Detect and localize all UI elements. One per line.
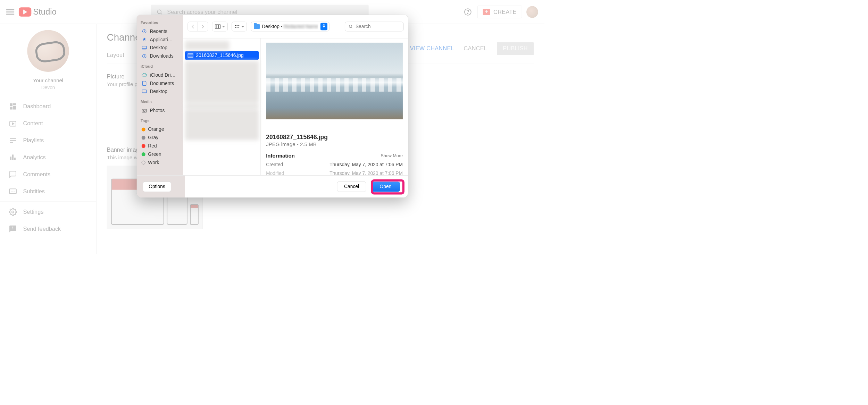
search-placeholder: Search across your channel: [167, 8, 237, 15]
sidebar-item-label: Red: [148, 143, 157, 149]
svg-line-1: [161, 13, 162, 14]
analytics-icon: [9, 153, 17, 161]
back-button[interactable]: [188, 22, 198, 31]
sidebar-icloud[interactable]: iCloud Dri…: [141, 71, 180, 79]
sidebar-item-content[interactable]: Content: [0, 115, 96, 132]
app-icon: [142, 37, 147, 42]
cancel-button[interactable]: Cancel: [337, 182, 366, 192]
studio-logo[interactable]: Studio: [19, 7, 57, 17]
view-channel-link[interactable]: VIEW CHANNEL: [410, 45, 454, 52]
preview-filename: 20160827_115646.jpg: [266, 134, 403, 141]
svg-point-36: [349, 25, 352, 27]
help-icon[interactable]: [463, 7, 473, 17]
svg-point-0: [157, 10, 161, 14]
annotation-highlight: [371, 179, 404, 195]
sidebar-item-label: Work: [148, 160, 159, 165]
sidebar-desktop[interactable]: Desktop: [141, 44, 180, 52]
sidebar-item-label: Playlists: [23, 137, 44, 144]
svg-rect-4: [10, 103, 12, 106]
sidebar-section-head: Tags: [141, 119, 180, 123]
gear-icon: [9, 208, 17, 216]
create-button[interactable]: CREATE: [477, 6, 522, 18]
download-icon: [142, 53, 147, 59]
view-columns-button[interactable]: [212, 22, 227, 31]
menu-icon[interactable]: [6, 9, 15, 15]
sidebar-item-label: Green: [148, 151, 161, 157]
sidebar-item-playlists[interactable]: Playlists: [0, 132, 96, 149]
view-grid-button[interactable]: [232, 22, 247, 31]
sidebar-item-dashboard[interactable]: Dashboard: [0, 98, 96, 115]
svg-rect-27: [215, 25, 220, 28]
svg-rect-6: [13, 106, 16, 110]
comments-icon: [9, 170, 17, 178]
sidebar-section-head: Favorites: [141, 20, 180, 25]
sidebar-photos[interactable]: Photos: [141, 107, 180, 115]
channel-avatar[interactable]: [27, 30, 69, 72]
svg-point-33: [235, 27, 236, 28]
show-more-link[interactable]: Show More: [381, 153, 403, 158]
sidebar-recents[interactable]: Recents: [141, 27, 180, 35]
sidebar-applications[interactable]: Applicati…: [141, 35, 180, 44]
sidebar-item-feedback[interactable]: Send feedback: [0, 220, 96, 237]
options-button[interactable]: Options: [143, 182, 171, 192]
desktop-icon: [142, 89, 147, 94]
sidebar-item-settings[interactable]: Settings: [0, 203, 96, 220]
subtitles-icon: [9, 187, 17, 195]
tag-orange[interactable]: Orange: [141, 125, 180, 134]
sidebar-downloads[interactable]: Downloads: [141, 52, 180, 60]
playlists-icon: [9, 136, 17, 145]
tag-work[interactable]: Work: [141, 158, 180, 167]
sidebar-item-comments[interactable]: Comments: [0, 166, 96, 183]
publish-button[interactable]: PUBLISH: [497, 42, 534, 55]
sidebar-item-analytics[interactable]: Analytics: [0, 149, 96, 166]
location-dropdown[interactable]: Desktop - Redacted Name: [251, 22, 329, 31]
logo-text: Studio: [33, 7, 57, 17]
svg-point-3: [468, 13, 468, 14]
sidebar-item-subtitles[interactable]: Subtitles: [0, 183, 96, 200]
dialog-search-input[interactable]: Search: [345, 22, 403, 31]
grid-icon: [234, 24, 240, 29]
sidebar-item-label: Send feedback: [23, 226, 61, 232]
preview-image: [266, 43, 403, 119]
tag-dot-icon: [142, 136, 145, 140]
tag-dot-icon: [142, 144, 145, 148]
tag-dot-icon: [142, 152, 145, 156]
sidebar: Your channel Devon Dashboard Content Pla…: [0, 24, 97, 254]
tag-red[interactable]: Red: [141, 142, 180, 150]
sidebar-desktop-icloud[interactable]: Desktop: [141, 87, 180, 96]
svg-point-30: [235, 25, 236, 26]
updown-icon: [320, 23, 327, 30]
tag-green[interactable]: Green: [141, 150, 180, 159]
dialog-toolbar: Desktop - Redacted Name Search: [183, 15, 408, 39]
file-list-column: 20160827_115646.jpg: [183, 38, 261, 175]
sidebar-documents[interactable]: Documents: [141, 79, 180, 87]
forward-button[interactable]: [198, 22, 208, 31]
sidebar-section-head: iCloud: [141, 64, 180, 69]
svg-point-35: [239, 27, 240, 28]
divider: [0, 202, 96, 202]
avatar[interactable]: [526, 6, 538, 18]
file-row-selected[interactable]: 20160827_115646.jpg: [185, 51, 259, 60]
nav-arrows: [187, 22, 208, 31]
svg-rect-7: [10, 107, 12, 110]
svg-line-37: [352, 27, 352, 28]
sidebar-title: Your channel: [0, 77, 96, 84]
tag-gray[interactable]: Gray: [141, 134, 180, 142]
columns-icon: [215, 24, 220, 29]
info-heading: Information: [266, 153, 295, 159]
cancel-link[interactable]: CANCEL: [464, 45, 487, 52]
sidebar-section-head: Media: [141, 100, 180, 104]
search-placeholder: Search: [356, 24, 371, 29]
folder-icon: [254, 24, 260, 29]
info-key: Modified: [266, 171, 284, 176]
svg-point-34: [237, 27, 238, 28]
sidebar-item-label: Analytics: [23, 154, 45, 161]
svg-rect-5: [13, 103, 16, 105]
image-file-icon: [187, 53, 193, 58]
preview-meta: JPEG image - 2.5 MB: [266, 142, 403, 148]
svg-point-18: [12, 211, 14, 213]
svg-point-32: [239, 25, 240, 26]
info-row: ModifiedThursday, May 7, 2020 at 7:06 PM: [266, 171, 403, 176]
file-name: 20160827_115646.jpg: [196, 53, 243, 58]
tab-layout[interactable]: Layout: [107, 52, 124, 58]
